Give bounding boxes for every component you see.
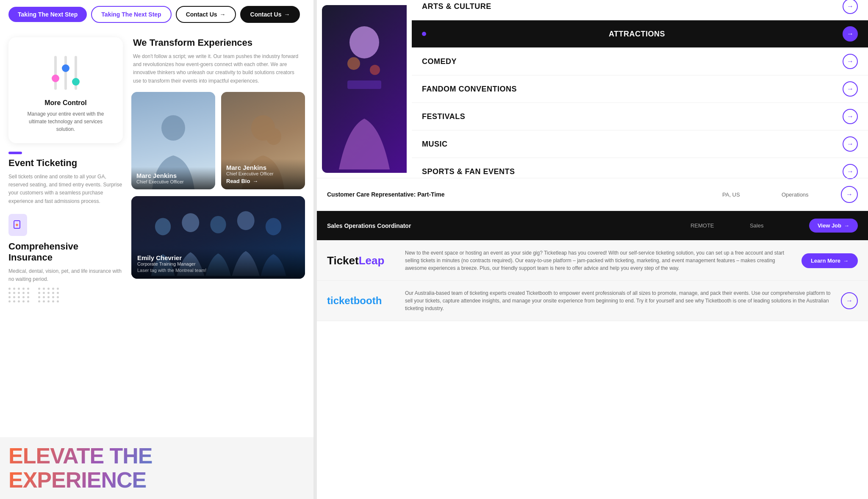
elevate-section: ELEVATE THE EXPERIENCE (0, 437, 313, 499)
cat-label-attractions: ATTRACTIONS (609, 30, 665, 39)
job-location-2: REMOTE (691, 222, 741, 229)
svg-point-7 (182, 213, 199, 232)
left-content: More Control Manage your entire event wi… (0, 29, 313, 437)
ticketleap-desc: New to the event space or hosting an eve… (405, 249, 791, 272)
arrow-icon-2: → (284, 11, 290, 18)
cat-dot-attractions (422, 32, 426, 36)
person-card-1[interactable]: Marc Jenkins Chief Executive Officer (131, 92, 215, 189)
more-control-card: More Control Manage your entire event wi… (8, 37, 123, 143)
insurance-section: Comprehensive Insurance Medical, dental,… (8, 214, 123, 302)
cat-label-festivals: FESTIVALS (422, 112, 465, 121)
group-photo-card: Emily Chevrier Corporate Training Manage… (131, 196, 305, 279)
contact-us-btn-1[interactable]: Contact Us → (176, 6, 236, 23)
svg-point-6 (155, 218, 171, 235)
transform-title: We Transform Experiences (133, 37, 303, 48)
person-name-2: Marc Jenkins (226, 164, 300, 171)
cat-label-music: MUSIC (422, 140, 448, 149)
cat-label-sports: SPORTS & FAN EVENTS (422, 167, 515, 176)
job-dept-2: Sales (750, 222, 801, 229)
cat-arrow-festivals: → (843, 109, 858, 124)
section-label (8, 152, 123, 154)
job-location-1: PA, US (722, 191, 773, 198)
cat-arrow-fandom: → (843, 81, 858, 97)
right-column: We Transform Experiences We don't follow… (131, 37, 305, 429)
ticketleap-row: TicketLeap New to the event space or hos… (317, 241, 868, 281)
insurance-icon (8, 214, 27, 236)
category-image (322, 5, 407, 173)
person-card-2[interactable]: Marc Jenkins Chief Executive Officer Rea… (221, 92, 305, 189)
people-row: Marc Jenkins Chief Executive Officer (131, 92, 305, 189)
cat-item-comedy[interactable]: COMEDY → (412, 48, 868, 75)
cat-item-fandom[interactable]: FANDOM CONVENTIONS → (412, 75, 868, 103)
insurance-title: Comprehensive Insurance (8, 241, 123, 263)
categories-section: ARTS & CULTURE → ATTRACTIONS → COMEDY → … (317, 0, 868, 178)
arrow-icon-bio: → (252, 178, 258, 184)
cat-item-attractions[interactable]: ATTRACTIONS → (412, 20, 868, 48)
panel-divider (313, 0, 317, 499)
cat-label-arts: ARTS & CULTURE (422, 2, 491, 11)
person-overlay-2: Marc Jenkins Chief Executive Officer Rea… (221, 159, 305, 189)
svg-point-8 (210, 216, 226, 233)
left-panel: Taking The Next Step Taking The Next Ste… (0, 0, 313, 499)
view-job-button[interactable]: View Job → (809, 219, 858, 233)
insurance-text: Medical, dental, vision, pet, and life i… (8, 267, 123, 283)
cat-item-festivals[interactable]: FESTIVALS → (412, 103, 868, 130)
arrow-icon-job: → (844, 222, 849, 229)
ticketbooth-logo: ticketbooth (327, 295, 395, 307)
elevate-text-line1: ELEVATE THE (8, 444, 305, 468)
contact-us-btn-2[interactable]: Contact Us → (240, 6, 300, 23)
taking-next-step-btn-1[interactable]: Taking The Next Step (8, 7, 87, 22)
categories-list: ARTS & CULTURE → ATTRACTIONS → COMEDY → … (412, 0, 868, 178)
transform-section: We Transform Experiences We don't follow… (131, 37, 305, 85)
person-name-1: Marc Jenkins (136, 172, 210, 179)
section-bar-decoration (8, 152, 22, 154)
card-description: Manage your entire event with the ultima… (19, 110, 113, 133)
learn-more-button[interactable]: Learn More → (801, 253, 858, 268)
person-title-1: Chief Executive Officer (136, 179, 210, 184)
arrow-icon: → (220, 11, 226, 18)
svg-point-9 (237, 211, 255, 230)
jobs-section: Customer Care Representative: Part-Time … (317, 178, 868, 241)
cat-item-music[interactable]: MUSIC → (412, 130, 868, 158)
emily-caption: Laser tag with the Montreal team! (137, 268, 299, 273)
job-dept-1: Operations (782, 191, 832, 198)
svg-point-11 (349, 26, 379, 58)
job-row-1: Customer Care Representative: Part-Time … (317, 178, 868, 211)
svg-point-12 (347, 57, 360, 70)
arrow-icon-learn: → (843, 258, 849, 264)
nav-bar: Taking The Next Step Taking The Next Ste… (0, 0, 313, 29)
ticketbooth-arrow-btn[interactable]: → (841, 292, 858, 309)
right-panel: ARTS & CULTURE → ATTRACTIONS → COMEDY → … (317, 0, 868, 499)
svg-rect-14 (347, 80, 381, 89)
cat-arrow-attractions: → (843, 26, 858, 42)
svg-point-5 (266, 128, 281, 145)
transform-text: We don't follow a script; we write it. O… (133, 53, 303, 85)
card-icon (32, 47, 100, 94)
ticketbooth-row: ticketbooth Our Australia-based team of … (317, 281, 868, 321)
emily-title: Corporate Training Manager (137, 261, 299, 266)
event-ticketing-text: Sell tickets online and onsite to all yo… (8, 173, 123, 205)
group-photo-overlay: Emily Chevrier Corporate Training Manage… (131, 248, 305, 279)
job-title-2: Sales Operations Coordinator (327, 222, 682, 229)
taking-next-step-btn-2[interactable]: Taking The Next Step (91, 6, 171, 23)
read-bio-button[interactable]: Read Bio → (226, 176, 258, 184)
person-title-2: Chief Executive Officer (226, 171, 300, 176)
ticketbooth-desc: Our Australia-based team of ticketing ex… (405, 289, 831, 312)
cat-label-fandom: FANDOM CONVENTIONS (422, 85, 517, 94)
elevate-text-line2: EXPERIENCE (8, 468, 305, 492)
job-arrow-btn-1[interactable]: → (841, 186, 858, 203)
event-ticketing-title: Event Ticketing (8, 158, 123, 169)
cat-item-arts[interactable]: ARTS & CULTURE → (412, 0, 868, 20)
cat-label-comedy: COMEDY (422, 57, 457, 66)
event-ticketing-section: Event Ticketing Sell tickets online and … (8, 152, 123, 205)
emily-name: Emily Chevrier (137, 254, 299, 261)
cat-arrow-comedy: → (843, 54, 858, 69)
cat-arrow-arts: → (843, 0, 858, 14)
dots-grid-1 (8, 288, 30, 302)
svg-point-3 (161, 115, 185, 141)
card-column: More Control Manage your entire event wi… (8, 37, 123, 429)
dots-grid-2 (38, 288, 59, 302)
cat-arrow-sports: → (843, 164, 858, 179)
card-title: More Control (44, 99, 87, 107)
job-title-1: Customer Care Representative: Part-Time (327, 191, 714, 198)
